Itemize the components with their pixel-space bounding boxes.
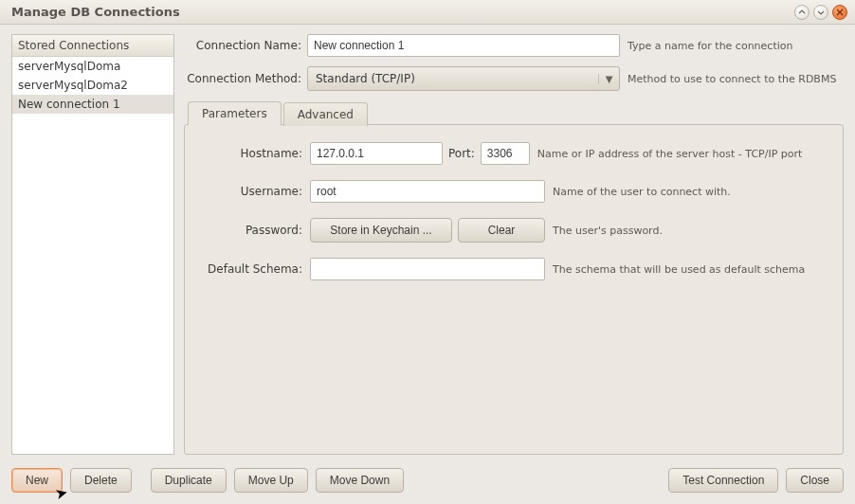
connection-method-row: Connection Method: Standard (TCP/IP) ▼ M…	[184, 66, 844, 91]
tab-panel-parameters: Hostname: Port: Name or IP address of th…	[184, 124, 844, 455]
content-area: Stored Connections serverMysqlDoma serve…	[0, 25, 855, 462]
chevron-down-icon: ▼	[598, 74, 615, 84]
password-hint: The user's password.	[545, 225, 831, 237]
window-controls	[794, 5, 847, 20]
default-schema-row: Default Schema: The schema that will be …	[196, 258, 831, 280]
connection-method-select[interactable]: Standard (TCP/IP) ▼	[307, 66, 620, 91]
store-keychain-button[interactable]: Store in Keychain ...	[310, 218, 452, 243]
sidebar-header: Stored Connections	[12, 35, 173, 57]
username-label: Username:	[196, 185, 310, 198]
move-up-button[interactable]: Move Up	[234, 468, 308, 493]
connection-name-hint: Type a name for the connection	[620, 40, 844, 52]
test-connection-button[interactable]: Test Connection	[668, 468, 778, 493]
titlebar: Manage DB Connections	[0, 0, 855, 25]
main-panel: Connection Name: Type a name for the con…	[184, 34, 844, 455]
default-schema-label: Default Schema:	[196, 262, 310, 276]
move-down-button[interactable]: Move Down	[316, 468, 404, 493]
footer-buttons: New Delete Duplicate Move Up Move Down T…	[0, 462, 855, 504]
connection-name-row: Connection Name: Type a name for the con…	[184, 34, 844, 57]
connection-name-label: Connection Name:	[184, 39, 307, 52]
tabs-container: Parameters Advanced Hostname: Port: Name…	[184, 100, 844, 455]
window-title: Manage DB Connections	[8, 5, 794, 19]
tab-parameters[interactable]: Parameters	[188, 101, 282, 126]
close-button[interactable]: Close	[786, 468, 844, 493]
connection-method-label: Connection Method:	[184, 72, 307, 85]
stored-connections-list: Stored Connections serverMysqlDoma serve…	[11, 34, 174, 455]
password-row: Password: Store in Keychain ... Clear Th…	[196, 218, 831, 243]
connection-name-input[interactable]	[307, 34, 620, 57]
clear-password-button[interactable]: Clear	[458, 218, 545, 243]
port-label: Port:	[448, 147, 475, 160]
hostname-row: Hostname: Port: Name or IP address of th…	[196, 142, 831, 165]
dialog-window: Manage DB Connections Stored Connections…	[0, 0, 855, 504]
sidebar-item-connection[interactable]: serverMysqlDoma2	[12, 76, 173, 95]
connection-method-value: Standard (TCP/IP)	[316, 72, 598, 85]
maximize-icon[interactable]	[813, 5, 828, 20]
hostname-input[interactable]	[310, 142, 443, 165]
delete-button[interactable]: Delete	[70, 468, 132, 493]
tabstrip: Parameters Advanced	[184, 100, 844, 125]
new-button[interactable]: New	[11, 468, 63, 493]
hostname-label: Hostname:	[196, 147, 310, 160]
default-schema-input[interactable]	[310, 258, 545, 280]
connection-method-hint: Method to use to connect to the RDBMS	[620, 73, 844, 85]
port-input[interactable]	[481, 142, 530, 165]
hostname-hint: Name or IP address of the server host - …	[530, 148, 831, 160]
username-hint: Name of the user to connect with.	[545, 186, 831, 198]
duplicate-button[interactable]: Duplicate	[151, 468, 227, 493]
default-schema-hint: The schema that will be used as default …	[545, 263, 831, 276]
username-input[interactable]	[310, 180, 545, 203]
password-label: Password:	[196, 224, 310, 237]
username-row: Username: Name of the user to connect wi…	[196, 180, 831, 203]
sidebar-item-connection[interactable]: serverMysqlDoma	[12, 57, 173, 76]
minimize-icon[interactable]	[794, 5, 810, 20]
sidebar-item-connection[interactable]: New connection 1	[12, 95, 173, 114]
close-icon[interactable]	[832, 5, 847, 20]
tab-advanced[interactable]: Advanced	[283, 102, 368, 126]
